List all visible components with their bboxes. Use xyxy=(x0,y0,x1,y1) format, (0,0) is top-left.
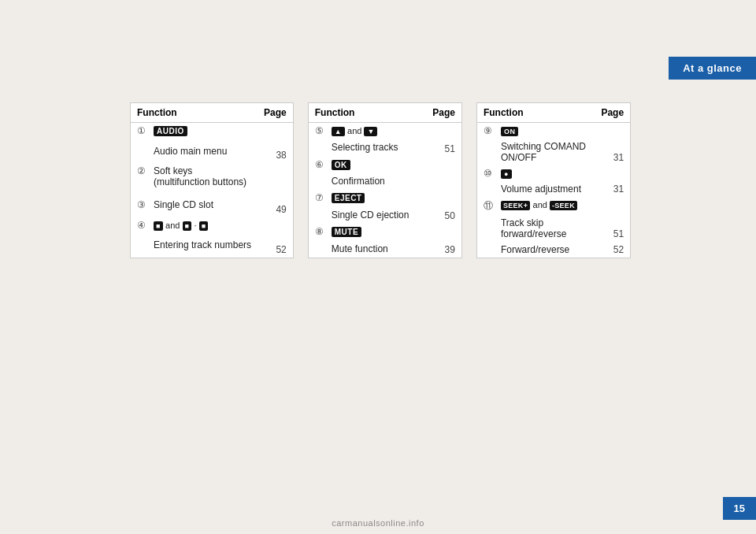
row-page xyxy=(258,123,293,143)
table-row-sub: Selecting tracks 51 xyxy=(308,139,461,156)
row-desc: Single CD ejection xyxy=(325,207,427,224)
mute-badge: MUTE xyxy=(332,227,361,237)
table-row-sub: Switching COMANDON/OFF 31 xyxy=(476,139,630,165)
row-desc: Mute function xyxy=(325,241,427,258)
table-1: Function Page ① AUDIO Audio main menu 38… xyxy=(130,102,294,258)
row-num: ⑩ xyxy=(476,165,495,181)
row-desc: Soft keys(multifunction buttons) xyxy=(147,163,258,197)
row-page: 51 xyxy=(426,139,461,156)
row-content: SEEK+ and -SEEK xyxy=(495,197,595,215)
row-desc: Volume adjustment xyxy=(495,181,595,197)
row-page: 38 xyxy=(258,143,293,163)
eject-badge: EJECT xyxy=(332,193,365,203)
row-content: ● xyxy=(495,165,595,181)
row-content: MUTE xyxy=(325,224,427,240)
row-page xyxy=(426,157,461,173)
row-num: ③ xyxy=(131,197,148,217)
row-num: ② xyxy=(131,163,148,197)
table-row-sub: Forward/reverse 52 xyxy=(476,242,630,258)
row-page xyxy=(258,217,293,237)
vol-badge: ● xyxy=(501,169,512,179)
row-desc: Switching COMANDON/OFF xyxy=(495,139,595,165)
table1-page-header: Page xyxy=(258,103,293,123)
seek-plus-badge: SEEK+ xyxy=(501,201,530,210)
table-row: ⑤ ▲ and ▼ xyxy=(308,123,461,140)
on-badge: ON xyxy=(501,127,519,136)
row-page: 31 xyxy=(595,139,630,165)
row-num: ⑨ xyxy=(476,123,495,139)
at-a-glance-label: At a glance xyxy=(669,57,756,80)
table-row: ② Soft keys(multifunction buttons) xyxy=(131,163,294,197)
table-row: ④ ■ and ■ · ■ xyxy=(131,217,294,237)
ok-badge: OK xyxy=(332,160,350,170)
row-content: ■ and ■ · ■ xyxy=(147,217,258,237)
table-row: ⑥ OK xyxy=(308,157,461,173)
tables-container: Function Page ① AUDIO Audio main menu 38… xyxy=(130,102,631,258)
row-content: ON xyxy=(495,123,595,139)
row-page: 51 xyxy=(595,215,630,242)
table-row-sub: Track skipforward/reverse 51 xyxy=(476,215,630,242)
row-page xyxy=(258,163,293,197)
row-num: ⑥ xyxy=(308,157,325,173)
table-row-sub: Audio main menu 38 xyxy=(131,143,294,163)
arrow-down-badge: ▼ xyxy=(364,127,377,136)
table-row-sub: Entering track numbers 52 xyxy=(131,237,294,258)
table-row: ⑧ MUTE xyxy=(308,224,461,240)
row-num: ⑪ xyxy=(476,197,495,215)
row-page: 31 xyxy=(595,181,630,197)
table2-func-header: Function xyxy=(308,103,426,123)
row-page xyxy=(595,123,630,139)
table-row-sub: Mute function 39 xyxy=(308,241,461,258)
table-row: ⑪ SEEK+ and -SEEK xyxy=(476,197,630,215)
table-row: ③ Single CD slot 49 xyxy=(131,197,294,217)
row-content: AUDIO xyxy=(147,123,258,143)
table3-page-header: Page xyxy=(595,103,630,123)
row-page: 52 xyxy=(258,237,293,258)
row-page xyxy=(426,173,461,190)
row-desc: Single CD slot xyxy=(147,197,258,217)
arrow-up-badge: ▲ xyxy=(332,127,345,136)
row-desc: Track skipforward/reverse xyxy=(495,215,595,242)
table-2: Function Page ⑤ ▲ and ▼ Selecting tracks… xyxy=(308,102,462,258)
row-page: 39 xyxy=(426,241,461,258)
row-num: ⑦ xyxy=(308,190,325,206)
row-page xyxy=(595,165,630,181)
row-desc: Forward/reverse xyxy=(495,242,595,258)
row-desc: Selecting tracks xyxy=(325,139,427,156)
row-content: EJECT xyxy=(325,190,427,206)
row-desc: Entering track numbers xyxy=(147,237,258,258)
watermark: carmanualsonline.info xyxy=(332,518,424,528)
table-row-sub: Volume adjustment 31 xyxy=(476,181,630,197)
table2-page-header: Page xyxy=(426,103,461,123)
row-content: ▲ and ▼ xyxy=(325,123,427,140)
row-page: 49 xyxy=(258,197,293,217)
row-page: 50 xyxy=(426,207,461,224)
row-page: 52 xyxy=(595,242,630,258)
row-desc: Audio main menu xyxy=(147,143,258,163)
table-row: ① AUDIO xyxy=(131,123,294,143)
row-page xyxy=(426,123,461,140)
row-num: ⑤ xyxy=(308,123,325,140)
row-page xyxy=(426,190,461,206)
seek-minus-badge: -SEEK xyxy=(550,201,577,210)
key-badge: ■ xyxy=(199,221,209,231)
row-num: ① xyxy=(131,123,148,143)
audio-badge: AUDIO xyxy=(154,126,187,136)
table-3: Function Page ⑨ ON Switching COMANDON/OF… xyxy=(476,102,631,258)
table-row: ⑦ EJECT xyxy=(308,190,461,206)
row-num: ⑧ xyxy=(308,224,325,240)
key-badge: ■ xyxy=(154,221,163,231)
row-desc: Confirmation xyxy=(325,173,427,190)
page-number: 15 xyxy=(723,497,756,520)
row-page xyxy=(426,224,461,240)
table1-func-header: Function xyxy=(131,103,258,123)
table-row: ⑩ ● xyxy=(476,165,630,181)
table-row-sub: Confirmation xyxy=(308,173,461,190)
row-page xyxy=(595,197,630,215)
table3-func-header: Function xyxy=(476,103,595,123)
table-row: ⑨ ON xyxy=(476,123,630,139)
key-badge: ■ xyxy=(183,221,192,231)
table-row-sub: Single CD ejection 50 xyxy=(308,207,461,224)
row-num: ④ xyxy=(131,217,148,237)
row-content: OK xyxy=(325,157,427,173)
